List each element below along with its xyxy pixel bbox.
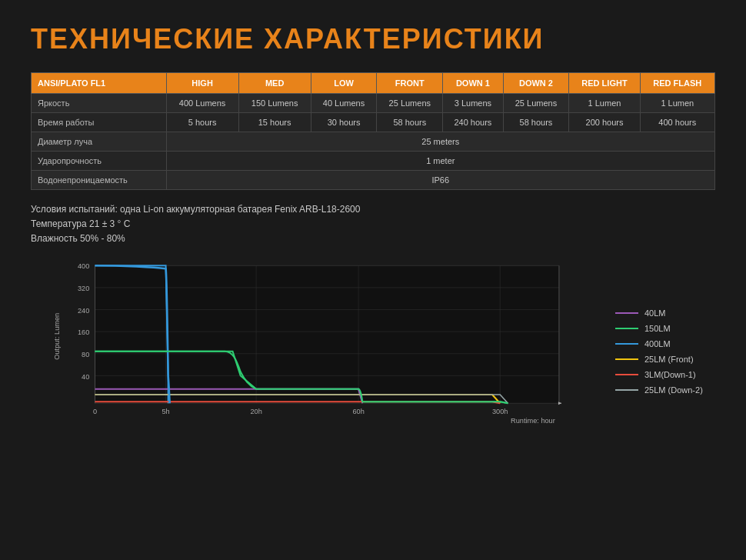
legend-item: 3LM(Down-1) [615, 370, 715, 379]
table-header-cell: RED LIGHT [569, 73, 640, 94]
table-cell-label: Водонепроницаемость [32, 171, 167, 190]
table-header-cell: HIGH [166, 73, 238, 94]
svg-text:300h: 300h [492, 407, 508, 415]
table-cell-value: IP66 [166, 171, 714, 190]
svg-text:240: 240 [78, 306, 89, 314]
table-cell-value: 3 Lumens [443, 94, 503, 113]
table-cell-value: 5 hours [166, 113, 238, 132]
legend-label: 3LM(Down-1) [644, 370, 696, 379]
table-cell-value: 1 Lumen [569, 94, 640, 113]
svg-text:Output: Lumen: Output: Lumen [54, 312, 62, 359]
table-cell-value: 1 meter [166, 152, 714, 171]
table-header-row: ANSI/PLATO FL1HIGHMEDLOWFRONTDOWN 1DOWN … [32, 73, 715, 94]
table-row: Ударопрочность1 meter [32, 152, 715, 171]
svg-text:320: 320 [78, 285, 89, 292]
table-cell-label: Диаметр луча [32, 132, 167, 152]
table-header-cell: LOW [311, 73, 377, 94]
table-cell-value: 1 Lumen [640, 94, 714, 113]
table-cell-value: 15 hours [238, 113, 311, 132]
legend-color-line [615, 343, 638, 345]
table-cell-value: 150 Lumens [238, 94, 311, 113]
svg-text:0: 0 [93, 407, 97, 415]
table-header-cell: DOWN 2 [503, 73, 569, 94]
table-cell-value: 25 Lumens [377, 94, 443, 113]
table-cell-label: Время работы [32, 113, 167, 132]
table-cell-label: Яркость [32, 94, 167, 113]
legend-color-line [615, 312, 638, 314]
svg-text:40: 40 [82, 372, 89, 380]
legend-item: 400LM [615, 339, 715, 348]
table-cell-label: Ударопрочность [32, 152, 167, 171]
svg-text:80: 80 [82, 350, 89, 358]
chart-legend: 40LM150LM400LM25LM (Front)3LM(Down-1)25L… [615, 258, 715, 431]
table-cell-value: 40 Lumens [311, 94, 377, 113]
svg-text:160: 160 [78, 328, 89, 336]
table-header-cell: RED FLASH [640, 73, 714, 94]
svg-rect-0 [95, 265, 559, 403]
svg-text:Runtime: hour: Runtime: hour [511, 416, 555, 424]
svg-text:5h: 5h [162, 407, 169, 415]
page-title: ТЕХНИЧЕСКИЕ ХАРАКТЕРИСТИКИ [31, 23, 715, 55]
legend-color-line [615, 328, 638, 329]
chart-container: 400 320 240 160 80 40 0 5h 20h 60h 300h … [31, 258, 608, 431]
legend-label: 40LM [644, 308, 666, 318]
table-cell-value: 200 hours [569, 113, 640, 132]
table-row: Диаметр луча25 meters [32, 132, 715, 152]
table-cell-value: 25 Lumens [503, 94, 569, 113]
legend-label: 25LM (Front) [644, 355, 694, 364]
table-header-cell: ANSI/PLATO FL1 [32, 73, 167, 94]
table-header-cell: MED [238, 73, 311, 94]
legend-item: 40LM [615, 308, 715, 318]
table-cell-value: 58 hours [377, 113, 443, 132]
svg-text:60h: 60h [352, 407, 364, 415]
legend-item: 25LM (Down-2) [615, 385, 715, 395]
specs-table: ANSI/PLATO FL1HIGHMEDLOWFRONTDOWN 1DOWN … [31, 72, 715, 190]
legend-color-line [615, 358, 638, 360]
table-cell-value: 30 hours [311, 113, 377, 132]
legend-color-line [615, 374, 638, 375]
table-header-cell: DOWN 1 [443, 73, 503, 94]
note-line1: Условия испытаний: одна Li-on аккумулято… [31, 202, 715, 217]
test-notes: Условия испытаний: одна Li-on аккумулято… [31, 202, 715, 247]
chart-area: 400 320 240 160 80 40 0 5h 20h 60h 300h … [31, 258, 715, 431]
legend-item: 25LM (Front) [615, 355, 715, 364]
table-row: ВодонепроницаемостьIP66 [32, 171, 715, 190]
table-cell-value: 240 hours [443, 113, 503, 132]
table-row: Время работы5 hours15 hours30 hours58 ho… [32, 113, 715, 132]
specs-table-wrap: ANSI/PLATO FL1HIGHMEDLOWFRONTDOWN 1DOWN … [31, 72, 715, 190]
chart-svg: 400 320 240 160 80 40 0 5h 20h 60h 300h … [31, 258, 608, 431]
table-row: Яркость400 Lumens150 Lumens40 Lumens25 L… [32, 94, 715, 113]
legend-item: 150LM [615, 324, 715, 333]
page: ТЕХНИЧЕСКИЕ ХАРАКТЕРИСТИКИ ANSI/PLATO FL… [0, 0, 746, 446]
legend-label: 400LM [644, 339, 671, 348]
table-cell-value: 400 Lumens [166, 94, 238, 113]
note-line3: Влажность 50% - 80% [31, 232, 715, 246]
note-line2: Температура 21 ± 3 ° С [31, 217, 715, 232]
legend-label: 25LM (Down-2) [644, 385, 703, 395]
table-cell-value: 25 meters [166, 132, 714, 152]
svg-text:20h: 20h [251, 407, 262, 415]
table-cell-value: 58 hours [503, 113, 569, 132]
legend-color-line [615, 389, 638, 391]
svg-text:400: 400 [78, 262, 89, 270]
table-cell-value: 400 hours [640, 113, 714, 132]
legend-label: 150LM [644, 324, 671, 333]
table-header-cell: FRONT [377, 73, 443, 94]
